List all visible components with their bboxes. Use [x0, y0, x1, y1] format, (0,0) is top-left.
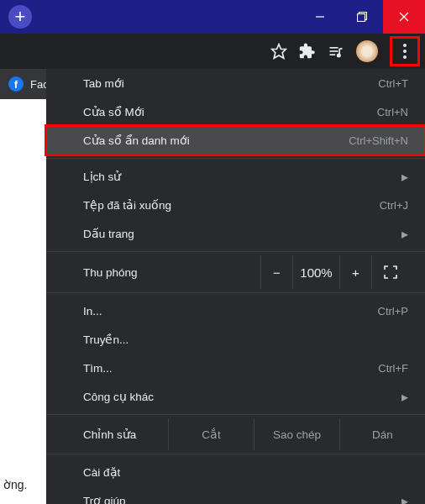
window-controls — [299, 0, 425, 34]
chevron-right-icon: ▸ — [401, 493, 408, 505]
menu-new-window[interactable]: Cửa sổ Mới Ctrl+N — [46, 97, 425, 126]
paste-button[interactable]: Dán — [339, 418, 425, 450]
menu-button-highlight — [390, 36, 420, 66]
menu-edit-row: Chỉnh sửa Cắt Sao chép Dán — [46, 418, 425, 450]
page-text-fragment: ờng. — [0, 478, 27, 491]
shortcut-label: Ctrl+P — [378, 305, 408, 318]
menu-settings[interactable]: Cài đặt — [46, 458, 425, 486]
menu-find[interactable]: Tìm... Ctrl+F — [46, 354, 425, 382]
svg-marker-5 — [272, 45, 286, 59]
kebab-menu-button[interactable] — [403, 44, 407, 59]
star-icon[interactable] — [270, 43, 287, 60]
zoom-label: Thu phóng — [83, 266, 260, 279]
menu-downloads[interactable]: Tệp đã tải xuống Ctrl+J — [46, 191, 425, 219]
browser-toolbar — [0, 34, 425, 69]
page-content-strip — [0, 99, 46, 504]
menu-print[interactable]: In... Ctrl+P — [46, 297, 425, 325]
menu-history[interactable]: Lịch sử ▸ — [46, 162, 425, 191]
zoom-out-button[interactable]: − — [260, 255, 292, 289]
window-titlebar: + — [0, 0, 425, 34]
zoom-in-button[interactable]: + — [339, 255, 371, 289]
menu-more-tools[interactable]: Công cụ khác ▸ — [46, 382, 425, 411]
shortcut-label: Ctrl+T — [378, 77, 408, 90]
close-button[interactable] — [383, 0, 425, 34]
menu-separator — [46, 158, 425, 159]
menu-separator — [46, 292, 425, 293]
menu-separator — [46, 251, 425, 252]
chrome-main-menu: Tab mới Ctrl+T Cửa sổ Mới Ctrl+N Cửa sổ … — [46, 69, 425, 504]
svg-point-11 — [403, 50, 407, 53]
profile-avatar[interactable] — [356, 40, 378, 62]
copy-button[interactable]: Sao chép — [254, 418, 339, 450]
new-tab-button[interactable]: + — [8, 5, 32, 29]
svg-point-9 — [338, 54, 340, 56]
menu-new-incognito[interactable]: Cửa sổ ẩn danh mới Ctrl+Shift+N — [46, 126, 425, 155]
chevron-right-icon: ▸ — [401, 389, 408, 405]
menu-zoom-row: Thu phóng − 100% + — [46, 255, 425, 289]
maximize-button[interactable] — [341, 0, 383, 34]
shortcut-label: Ctrl+J — [380, 199, 408, 212]
media-icon[interactable] — [328, 43, 344, 60]
menu-new-tab[interactable]: Tab mới Ctrl+T — [46, 69, 425, 97]
fullscreen-button[interactable] — [371, 255, 408, 289]
facebook-icon: f — [8, 76, 24, 92]
plus-icon: + — [15, 6, 26, 28]
menu-help[interactable]: Trợ giúp ▸ — [46, 486, 425, 504]
shortcut-label: Ctrl+Shift+N — [349, 134, 408, 147]
zoom-percentage: 100% — [292, 255, 339, 289]
minimize-button[interactable] — [299, 0, 341, 34]
chevron-right-icon: ▸ — [401, 226, 408, 242]
edit-label: Chỉnh sửa — [83, 428, 168, 441]
menu-cast[interactable]: Truyền... — [46, 325, 425, 354]
shortcut-label: Ctrl+F — [378, 362, 408, 375]
svg-rect-2 — [358, 14, 365, 22]
menu-bookmarks[interactable]: Dấu trang ▸ — [46, 219, 425, 248]
chevron-right-icon: ▸ — [401, 169, 408, 185]
svg-point-12 — [403, 55, 407, 59]
menu-separator — [46, 414, 425, 415]
cut-button[interactable]: Cắt — [168, 418, 254, 450]
svg-point-10 — [403, 44, 407, 47]
shortcut-label: Ctrl+N — [377, 106, 408, 118]
menu-separator — [46, 454, 425, 454]
extensions-icon[interactable] — [299, 43, 316, 60]
